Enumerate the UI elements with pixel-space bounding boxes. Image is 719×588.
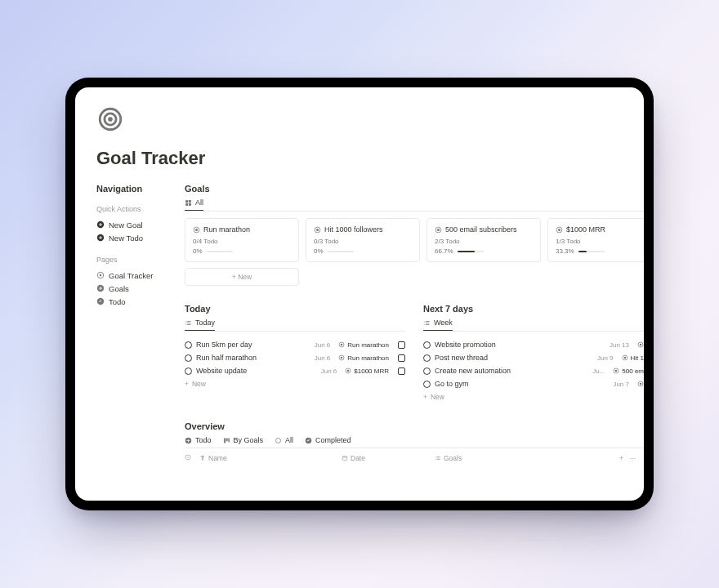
- goal-tag[interactable]: Run marathon: [338, 354, 389, 362]
- target-icon: [345, 368, 351, 374]
- status-circle[interactable]: [423, 381, 431, 388]
- list-item[interactable]: Website promotionJun 13: [423, 338, 644, 351]
- list-item[interactable]: Post new threadJun 9Hit 1: [423, 351, 644, 364]
- tab-all[interactable]: All: [185, 198, 203, 211]
- tab-week[interactable]: Week: [423, 318, 453, 331]
- status-circle[interactable]: [423, 354, 431, 362]
- goal-tag[interactable]: 500 em: [613, 368, 644, 375]
- tab-all[interactable]: All: [275, 436, 293, 444]
- target-icon: [96, 105, 124, 133]
- next7-new-button[interactable]: + New: [423, 390, 644, 403]
- goal-card[interactable]: $1000 MRR1/3 Todo33.3%: [547, 218, 644, 262]
- status-circle[interactable]: [185, 354, 192, 362]
- column-date[interactable]: Date: [342, 454, 431, 462]
- goal-tag[interactable]: Hit 1: [622, 354, 644, 362]
- todo-name: Create new automation: [435, 367, 588, 375]
- tab-todo[interactable]: Todo: [185, 436, 212, 444]
- tab-today[interactable]: Today: [185, 318, 215, 331]
- svg-rect-34: [226, 438, 227, 441]
- add-column-button[interactable]: +: [619, 454, 623, 462]
- checkbox[interactable]: [398, 354, 405, 362]
- status-circle[interactable]: [185, 341, 192, 349]
- progress-bar: [207, 251, 233, 252]
- plus-icon: +: [185, 380, 189, 388]
- goal-percent: 0%: [314, 247, 324, 255]
- todo-date: Ju...: [592, 368, 605, 375]
- column-name[interactable]: Name: [199, 454, 338, 462]
- sidebar-item-label: Todo: [109, 297, 126, 306]
- svg-point-27: [623, 357, 626, 359]
- svg-rect-35: [228, 438, 230, 442]
- goal-todo-count: 1/3 Todo: [556, 238, 644, 245]
- next7-list: Website promotionJun 13Post new threadJu…: [423, 338, 644, 390]
- svg-rect-7: [189, 200, 191, 203]
- progress-bar: [578, 251, 605, 252]
- plus-circle-icon: [96, 220, 105, 229]
- quick-actions-heading: Quick Actions: [96, 205, 185, 213]
- todo-name: Website promotion: [435, 341, 605, 349]
- checkbox[interactable]: [398, 341, 405, 349]
- goal-card[interactable]: Run marathon0/4 Todo0%: [185, 218, 299, 262]
- target-icon: [637, 341, 644, 348]
- goal-todo-count: 0/4 Todo: [193, 238, 291, 245]
- list-item[interactable]: Go to gymJun 7: [423, 377, 644, 390]
- svg-point-25: [640, 344, 642, 346]
- column-goals[interactable]: Goals: [435, 454, 525, 462]
- list-item[interactable]: Create new automationJu...500 em: [423, 364, 644, 377]
- today-new-button[interactable]: + New: [185, 377, 405, 390]
- new-goal-card-button[interactable]: + New: [185, 268, 299, 286]
- target-icon: [435, 226, 442, 234]
- tab-completed[interactable]: Completed: [305, 436, 351, 444]
- todo-name: Website update: [196, 367, 317, 375]
- goal-title: Hit 1000 followers: [314, 225, 412, 234]
- goal-card[interactable]: Hit 1000 followers0/3 Todo0%: [306, 218, 420, 262]
- list-item[interactable]: Run half marathonJun 6Run marathon: [185, 351, 405, 364]
- plus-circle-icon: [96, 234, 105, 242]
- sidebar-item-todo[interactable]: Todo: [96, 295, 185, 308]
- goal-tag: [637, 381, 644, 387]
- status-circle[interactable]: [423, 368, 431, 375]
- target-icon: [96, 271, 105, 279]
- svg-point-23: [347, 370, 350, 372]
- svg-point-19: [341, 344, 343, 346]
- new-todo-button[interactable]: New Todo: [96, 231, 185, 244]
- goal-tag[interactable]: $1000 MRR: [345, 368, 389, 375]
- svg-point-31: [640, 383, 642, 385]
- goal-percent: 0%: [193, 247, 203, 255]
- nav-heading: Navigation: [96, 184, 185, 194]
- tablet-frame: Goal Tracker Navigation Quick Actions Ne…: [65, 78, 654, 510]
- target-icon: [338, 341, 345, 348]
- status-circle[interactable]: [185, 368, 192, 375]
- board-icon: [223, 437, 230, 444]
- plus-circle-icon: [96, 284, 105, 292]
- todo-date: Jun 6: [315, 354, 331, 362]
- todo-date: Jun 9: [597, 354, 614, 362]
- goal-card[interactable]: 500 email subscribers2/3 Todo66.7%: [426, 218, 541, 262]
- status-circle[interactable]: [423, 341, 431, 349]
- goal-todo-count: 2/3 Todo: [435, 238, 533, 245]
- svg-rect-9: [189, 203, 191, 205]
- svg-rect-39: [342, 457, 346, 461]
- list-icon: [423, 319, 431, 327]
- list-item[interactable]: Run 5km per dayJun 6Run marathon: [185, 338, 405, 351]
- plus-icon: +: [423, 393, 427, 401]
- new-goal-button[interactable]: New Goal: [96, 218, 185, 231]
- target-icon: [613, 368, 619, 374]
- goal-tag[interactable]: Run marathon: [338, 341, 389, 349]
- sidebar-item-goal-tracker[interactable]: Goal Tracker: [96, 269, 185, 282]
- tab-by-goals[interactable]: By Goals: [223, 436, 264, 444]
- check-circle-icon: [96, 297, 105, 305]
- goal-title: $1000 MRR: [556, 225, 644, 234]
- sidebar-item-goals[interactable]: Goals: [96, 282, 185, 295]
- target-icon: [314, 226, 321, 234]
- more-button[interactable]: ···: [630, 454, 636, 462]
- page-title: Goal Tracker: [96, 148, 644, 169]
- page-icon: [96, 105, 644, 136]
- svg-point-29: [615, 370, 618, 372]
- next7-section: Next 7 days Week Website promotionJun 13…: [423, 304, 644, 403]
- list-item[interactable]: Website updateJun 6$1000 MRR: [185, 364, 405, 377]
- svg-point-11: [195, 229, 198, 231]
- goal-title: Run marathon: [193, 225, 291, 234]
- svg-point-13: [316, 229, 319, 231]
- checkbox[interactable]: [398, 368, 405, 375]
